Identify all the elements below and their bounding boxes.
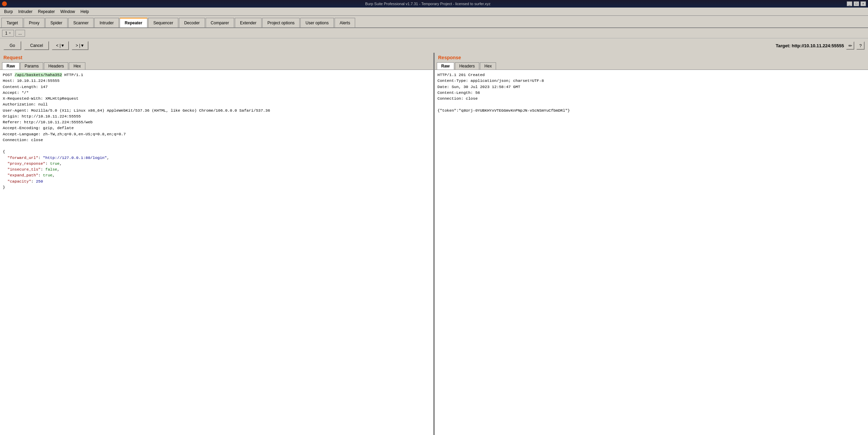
response-tab-raw[interactable]: Raw xyxy=(437,62,454,70)
tab-intruder[interactable]: Intruder xyxy=(94,18,119,27)
request-title: Request xyxy=(0,53,433,62)
response-panel: Response Raw Headers Hex HTTP/1.1 201 Cr… xyxy=(435,53,868,435)
cancel-button[interactable]: Cancel xyxy=(24,41,49,50)
request-tabs: Raw Params Headers Hex xyxy=(0,62,433,70)
close-button[interactable]: × xyxy=(860,1,866,6)
tab-extender[interactable]: Extender xyxy=(235,18,262,27)
title-bar: Burp Suite Professional v1.7.31 - Tempor… xyxy=(0,0,868,8)
menu-burp[interactable]: Burp xyxy=(1,9,15,15)
target-info: Target: http://10.10.11.224:55555 ✏ ? xyxy=(776,41,865,50)
main-tab-bar: Target Proxy Spider Scanner Intruder Rep… xyxy=(0,16,868,28)
menu-help[interactable]: Help xyxy=(78,9,92,15)
request-panel: Request Raw Params Headers Hex POST /api… xyxy=(0,53,435,435)
menu-bar: Burp Intruder Repeater Window Help xyxy=(0,8,868,16)
tab-proxy[interactable]: Proxy xyxy=(24,18,45,27)
request-tab-params[interactable]: Params xyxy=(20,62,43,70)
main-content: Request Raw Params Headers Hex POST /api… xyxy=(0,53,868,435)
maximize-button[interactable]: □ xyxy=(854,1,859,6)
request-content[interactable]: POST /api/baskets/haha352 HTTP/1.1 Host:… xyxy=(0,70,433,435)
response-title: Response xyxy=(435,53,868,62)
response-tabs: Raw Headers Hex xyxy=(435,62,868,70)
sub-tab-1-label: 1 xyxy=(5,31,8,36)
minimize-button[interactable]: _ xyxy=(847,1,852,6)
go-button[interactable]: Go xyxy=(3,41,21,50)
tab-spider[interactable]: Spider xyxy=(45,18,68,27)
tab-decoder[interactable]: Decoder xyxy=(179,18,205,27)
request-tab-hex[interactable]: Hex xyxy=(69,62,85,70)
title-bar-left xyxy=(0,1,9,6)
request-tab-headers[interactable]: Headers xyxy=(44,62,68,70)
target-label: Target: http://10.10.11.224:55555 xyxy=(776,43,844,48)
menu-window[interactable]: Window xyxy=(58,9,78,15)
burp-icon xyxy=(2,1,7,6)
toolbar: Go Cancel < |▼ > |▼ Target: http://10.10… xyxy=(0,38,868,53)
menu-repeater[interactable]: Repeater xyxy=(35,9,58,15)
response-content[interactable]: HTTP/1.1 201 Created Content-Type: appli… xyxy=(435,70,868,435)
response-tab-hex[interactable]: Hex xyxy=(480,62,496,70)
sub-tab-more[interactable]: ... xyxy=(15,30,25,37)
sub-tab-1[interactable]: 1 × xyxy=(2,30,14,37)
tab-sequencer[interactable]: Sequencer xyxy=(148,18,178,27)
tab-repeater[interactable]: Repeater xyxy=(120,18,147,27)
target-edit-button[interactable]: ✏ xyxy=(846,41,854,50)
menu-intruder[interactable]: Intruder xyxy=(15,9,35,15)
tab-project-options[interactable]: Project options xyxy=(262,18,300,27)
tab-comparer[interactable]: Comparer xyxy=(206,18,234,27)
sub-tab-bar: 1 × ... xyxy=(0,28,868,38)
response-tab-headers[interactable]: Headers xyxy=(455,62,479,70)
title-bar-controls[interactable]: _ □ × xyxy=(847,1,868,6)
request-tab-raw[interactable]: Raw xyxy=(2,62,20,70)
tab-target[interactable]: Target xyxy=(1,18,23,27)
prev-button[interactable]: < |▼ xyxy=(52,41,69,50)
target-help-button[interactable]: ? xyxy=(856,41,865,50)
next-button[interactable]: > |▼ xyxy=(72,41,88,50)
tab-scanner[interactable]: Scanner xyxy=(68,18,94,27)
sub-tab-more-label: ... xyxy=(19,31,22,36)
sub-tab-1-close[interactable]: × xyxy=(9,31,11,35)
title-bar-text: Burp Suite Professional v1.7.31 - Tempor… xyxy=(9,2,847,6)
tab-alerts[interactable]: Alerts xyxy=(335,18,355,27)
tab-user-options[interactable]: User options xyxy=(300,18,334,27)
